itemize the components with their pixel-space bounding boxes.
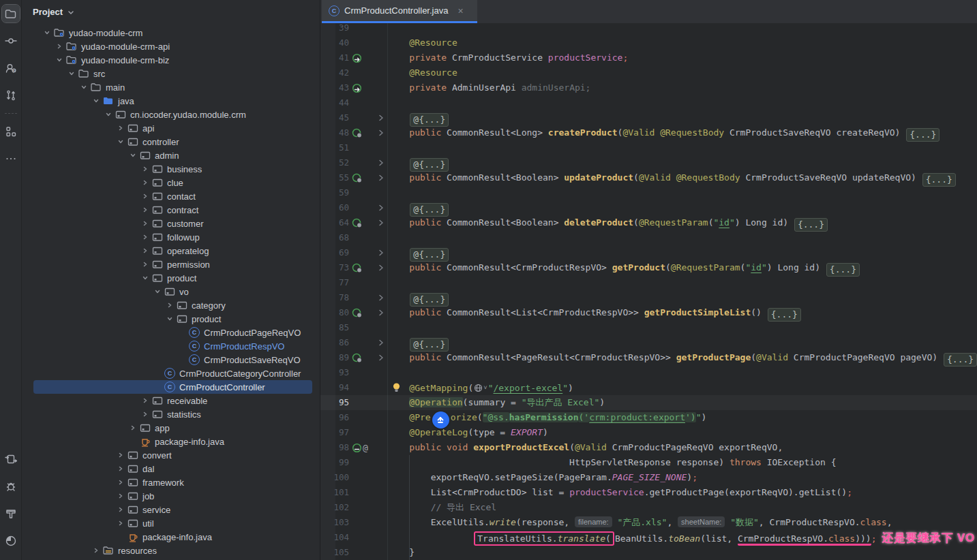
code-text[interactable]: public CommonResult<List<CrmProductRespV… bbox=[388, 305, 802, 322]
tree-item-clue[interactable]: clue bbox=[33, 176, 312, 189]
chevron-down-icon[interactable] bbox=[115, 136, 127, 147]
tree-item-crmproductrespvo[interactable]: CCrmProductRespVO bbox=[33, 339, 312, 353]
more-icon[interactable] bbox=[2, 150, 20, 168]
tree-item-operatelog[interactable]: operatelog bbox=[33, 244, 312, 258]
chevron-right-icon[interactable] bbox=[115, 477, 127, 488]
line-number[interactable]: 78 bbox=[320, 290, 349, 305]
code-text[interactable]: @{...} bbox=[388, 200, 449, 217]
code-text[interactable]: @Resource bbox=[388, 65, 457, 80]
tree-item-vo[interactable]: vo bbox=[33, 285, 312, 298]
structure-icon[interactable] bbox=[2, 123, 20, 140]
tree-item-followup[interactable]: followup bbox=[33, 230, 312, 244]
folded-region[interactable]: {...} bbox=[794, 218, 828, 232]
fold-chevron-icon[interactable] bbox=[376, 202, 386, 213]
chevron-right-icon[interactable] bbox=[53, 41, 65, 52]
debug-icon[interactable] bbox=[2, 478, 20, 495]
folded-region[interactable]: {...} bbox=[768, 308, 801, 322]
line-number[interactable]: 68 bbox=[320, 230, 349, 245]
line-number[interactable]: 77 bbox=[320, 275, 349, 290]
chevron-right-icon[interactable] bbox=[139, 204, 151, 215]
code-text[interactable]: @{...} bbox=[388, 245, 449, 262]
tree-item-framework[interactable]: framework bbox=[33, 476, 312, 489]
line-number[interactable]: 80 bbox=[320, 305, 349, 320]
line-number[interactable]: 100 bbox=[320, 470, 349, 485]
code-with-me-icon[interactable]: ? bbox=[2, 59, 20, 77]
tree-item-cn-iocoder-yudao-module-crm[interactable]: cn.iocoder.yudao.module.crm bbox=[33, 108, 312, 121]
tree-item-receivable[interactable]: receivable bbox=[33, 394, 312, 407]
folded-region[interactable]: @{...} bbox=[410, 113, 449, 127]
tree-item-product[interactable]: product bbox=[33, 312, 312, 326]
tree-item-yudao-module-crm-api[interactable]: yudao-module-crm-api bbox=[33, 40, 312, 53]
code-text[interactable]: } bbox=[388, 545, 415, 560]
line-number[interactable]: 64 bbox=[320, 215, 349, 230]
tree-item-contract[interactable]: contract bbox=[33, 203, 312, 217]
line-number[interactable]: 103 bbox=[320, 515, 349, 530]
folded-region[interactable]: {...} bbox=[826, 263, 860, 277]
tree-item-convert[interactable]: convert bbox=[33, 448, 312, 462]
chevron-right-icon[interactable] bbox=[115, 504, 127, 515]
line-number[interactable]: 94 bbox=[320, 380, 349, 395]
spring-bean-gutter-icon[interactable]: @ bbox=[352, 442, 371, 453]
code-text[interactable]: // 导出 Excel bbox=[388, 500, 496, 515]
folded-region[interactable]: @{...} bbox=[410, 248, 449, 262]
editor-tab-crmproductcontroller[interactable]: C CrmProductController.java × bbox=[322, 0, 477, 21]
fold-chevron-icon[interactable] bbox=[376, 307, 386, 318]
chevron-right-icon[interactable] bbox=[139, 218, 151, 229]
tree-item-permission[interactable]: permission bbox=[33, 258, 312, 271]
endpoint-gutter-icon[interactable] bbox=[352, 352, 363, 363]
tree-item-crmproductcategorycontroller[interactable]: CCrmProductCategoryController bbox=[33, 367, 312, 380]
code-text[interactable]: TranslateUtils.translate(BeanUtils.toBea… bbox=[388, 530, 977, 546]
chevron-down-icon[interactable] bbox=[151, 286, 164, 297]
code-text[interactable]: @{...} bbox=[388, 335, 449, 352]
fold-chevron-icon[interactable] bbox=[376, 247, 386, 258]
build-icon[interactable] bbox=[2, 505, 20, 523]
line-number[interactable]: 40 bbox=[320, 35, 349, 50]
endpoint-gutter-icon[interactable] bbox=[352, 262, 363, 273]
code-text[interactable]: public CommonResult<Boolean> deleteProdu… bbox=[388, 215, 828, 232]
chevron-right-icon[interactable] bbox=[139, 259, 151, 270]
chevron-down-icon[interactable] bbox=[53, 55, 65, 65]
line-number[interactable]: 95 bbox=[320, 395, 349, 410]
line-number[interactable]: 89 bbox=[320, 350, 349, 365]
globe-mapping-icon[interactable]: ˅ bbox=[474, 380, 487, 395]
line-number[interactable]: 98 bbox=[320, 440, 349, 455]
line-number[interactable]: 44 bbox=[320, 95, 349, 110]
spring-bean-gutter-icon[interactable] bbox=[352, 82, 362, 93]
endpoint-gutter-icon[interactable] bbox=[352, 307, 363, 318]
chevron-right-icon[interactable] bbox=[139, 177, 151, 188]
line-number[interactable]: 99 bbox=[320, 455, 349, 470]
chevron-right-icon[interactable] bbox=[115, 491, 127, 501]
code-text[interactable]: public CommonResult<PageResult<CrmProduc… bbox=[388, 350, 977, 367]
tree-item-controller[interactable]: controller bbox=[33, 135, 312, 149]
chevron-down-icon[interactable] bbox=[78, 82, 90, 93]
tree-item-app[interactable]: app bbox=[33, 421, 312, 435]
folded-region[interactable]: {...} bbox=[906, 128, 940, 142]
chevron-down-icon[interactable] bbox=[41, 27, 53, 38]
code-text[interactable]: @Operation(summary = "导出产品 Excel") bbox=[388, 395, 605, 410]
line-number[interactable]: 104 bbox=[320, 530, 349, 545]
tree-item-admin[interactable]: admin bbox=[33, 149, 312, 162]
endpoint-gutter-icon[interactable] bbox=[352, 127, 363, 138]
line-number[interactable]: 51 bbox=[320, 140, 349, 155]
line-number[interactable]: 93 bbox=[320, 365, 349, 380]
chevron-down-icon[interactable] bbox=[102, 109, 115, 120]
tree-item-dal[interactable]: dal bbox=[33, 462, 312, 476]
chevron-down-icon[interactable] bbox=[139, 273, 151, 283]
tree-item-api[interactable]: api bbox=[33, 121, 312, 135]
chevron-right-icon[interactable] bbox=[164, 300, 176, 311]
line-number[interactable]: 55 bbox=[320, 170, 349, 185]
commit-icon[interactable] bbox=[2, 32, 20, 50]
code-text[interactable]: public CommonResult<Boolean> updateProdu… bbox=[388, 170, 957, 187]
fold-chevron-icon[interactable] bbox=[376, 127, 386, 138]
tree-item-job[interactable]: job bbox=[33, 489, 312, 503]
chevron-right-icon[interactable] bbox=[127, 422, 139, 433]
code-text[interactable]: List<CrmProductDO> list = productService… bbox=[388, 485, 852, 500]
code-text[interactable]: @GetMapping(˅"/export-excel") bbox=[388, 380, 573, 396]
tree-item-package-info-java[interactable]: package-info.java bbox=[33, 435, 312, 448]
code-text[interactable]: @Resource bbox=[388, 35, 457, 50]
chevron-down-icon[interactable] bbox=[90, 95, 102, 106]
chevron-right-icon[interactable] bbox=[115, 518, 127, 529]
chevron-right-icon[interactable] bbox=[139, 164, 151, 174]
chevron-down-icon[interactable] bbox=[65, 68, 78, 79]
line-number[interactable]: 41 bbox=[320, 50, 349, 65]
